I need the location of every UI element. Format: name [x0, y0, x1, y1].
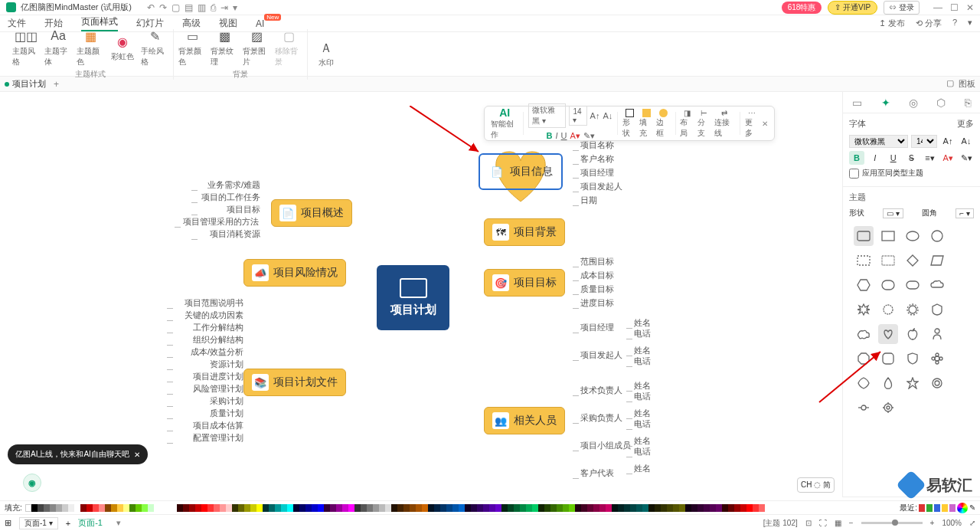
- shape-hexagon[interactable]: [854, 275, 874, 295]
- shape-dashed-rect2[interactable]: [878, 251, 898, 270]
- open-icon[interactable]: ▤: [185, 2, 193, 13]
- outline-toggle-icon[interactable]: ⊞: [5, 518, 11, 528]
- color-swatch[interactable]: [305, 504, 312, 512]
- leaf[interactable]: 项目范围说明书: [175, 297, 243, 309]
- leaf[interactable]: 项目经理: [580, 167, 614, 179]
- recent-swatch[interactable]: [949, 504, 956, 512]
- color-swatch[interactable]: [367, 504, 373, 512]
- leaf[interactable]: 质量计划: [175, 408, 243, 419]
- color-swatch[interactable]: [226, 504, 232, 512]
- color-swatch[interactable]: [434, 504, 440, 512]
- font-more-link[interactable]: 更多: [957, 118, 974, 129]
- float-fill-button[interactable]: 填充: [639, 109, 653, 139]
- vip-button[interactable]: ⇪ 开通VIP: [828, 1, 877, 15]
- color-swatch[interactable]: [685, 504, 691, 512]
- shape-octagon[interactable]: [854, 349, 874, 369]
- leaf[interactable]: 成本目标: [580, 270, 614, 281]
- color-swatch[interactable]: [661, 504, 667, 512]
- align-button[interactable]: ≡▾: [922, 151, 937, 165]
- recent-swatch[interactable]: [934, 504, 940, 512]
- minimize-icon[interactable]: —: [933, 2, 942, 13]
- color-swatch[interactable]: [80, 504, 87, 512]
- shape-none5[interactable]: [952, 324, 972, 344]
- recent-swatch[interactable]: [919, 504, 925, 512]
- shape-quad[interactable]: [854, 373, 874, 393]
- help-icon[interactable]: ?: [952, 18, 957, 29]
- leaf[interactable]: 姓名: [634, 380, 651, 392]
- color-swatch[interactable]: [93, 504, 99, 512]
- float-shape-button[interactable]: 形状: [622, 109, 636, 139]
- leaf[interactable]: 项目消耗资源: [199, 228, 260, 240]
- float-more-button[interactable]: ⋯更多: [745, 109, 759, 139]
- color-swatch[interactable]: [397, 504, 403, 512]
- leaf[interactable]: 姓名: [634, 345, 651, 356]
- eyedropper-icon[interactable]: ✎: [969, 503, 975, 512]
- leaf[interactable]: 电话: [634, 356, 651, 367]
- float-italic-button[interactable]: I: [556, 131, 558, 140]
- undo-icon[interactable]: ↶: [147, 2, 155, 13]
- color-swatch[interactable]: [618, 504, 624, 512]
- color-swatch[interactable]: [483, 504, 489, 512]
- color-swatch[interactable]: [238, 504, 244, 512]
- color-swatch[interactable]: [50, 504, 56, 512]
- leaf[interactable]: 电话: [634, 391, 651, 402]
- color-swatch[interactable]: [575, 504, 581, 512]
- float-font-color-button[interactable]: A▾: [570, 131, 580, 141]
- leaf[interactable]: 技术负责人: [580, 385, 622, 396]
- color-swatch[interactable]: [348, 504, 354, 512]
- color-swatch[interactable]: [142, 504, 148, 512]
- leaf[interactable]: 采购计划: [175, 395, 243, 407]
- ime-indicator[interactable]: CH ◌ 简: [797, 477, 835, 493]
- shape-shield[interactable]: [903, 349, 923, 369]
- color-swatch[interactable]: [177, 504, 183, 512]
- color-swatch[interactable]: [336, 504, 342, 512]
- leaf[interactable]: 进度目标: [580, 297, 614, 309]
- shape-dropdown[interactable]: ▭ ▾: [883, 208, 903, 218]
- color-swatch[interactable]: [62, 504, 68, 512]
- color-swatch[interactable]: [410, 504, 416, 512]
- color-swatch[interactable]: [544, 504, 550, 512]
- color-swatch[interactable]: [195, 504, 201, 512]
- recent-swatch[interactable]: [942, 504, 948, 512]
- color-swatch[interactable]: [691, 504, 697, 512]
- color-swatch[interactable]: [275, 504, 281, 512]
- color-swatch[interactable]: [220, 504, 226, 512]
- leaf[interactable]: 项目成本估算: [175, 420, 243, 431]
- leaf[interactable]: 日期: [580, 195, 597, 206]
- leaf[interactable]: 关键的成功因素: [175, 310, 243, 321]
- leaf[interactable]: 风险管理计划: [175, 383, 243, 395]
- color-swatch[interactable]: [606, 504, 612, 512]
- color-swatch[interactable]: [673, 504, 679, 512]
- color-swatch[interactable]: [281, 504, 287, 512]
- float-bold-button[interactable]: B: [547, 131, 553, 140]
- color-swatch[interactable]: [117, 504, 123, 512]
- shape-none3[interactable]: [952, 275, 972, 295]
- node-goal[interactable]: 🎯项目目标: [484, 269, 565, 297]
- leaf[interactable]: 配置管理计划: [175, 432, 243, 444]
- shape-circle[interactable]: [927, 226, 947, 246]
- color-swatch[interactable]: [56, 504, 62, 512]
- color-swatch[interactable]: [563, 504, 569, 512]
- color-swatch[interactable]: [679, 504, 685, 512]
- color-swatch[interactable]: [183, 504, 189, 512]
- font-grow-icon[interactable]: A↑: [940, 134, 956, 148]
- color-swatch[interactable]: [74, 504, 80, 512]
- leaf[interactable]: 业务需求/难题: [199, 179, 260, 191]
- ribbon-bg-image[interactable]: ▨背景图片: [243, 29, 270, 67]
- leaf[interactable]: 姓名: [634, 317, 651, 329]
- zoom-in-icon[interactable]: +: [930, 519, 935, 527]
- color-swatch[interactable]: [581, 504, 587, 512]
- shape-gear[interactable]: [903, 300, 923, 320]
- menu-ai[interactable]: AI: [256, 18, 264, 29]
- ribbon-watermark[interactable]: Ａ水印: [312, 41, 340, 68]
- zoom-value[interactable]: 100%: [942, 519, 962, 527]
- leaf[interactable]: 范围目标: [580, 256, 614, 267]
- save-icon[interactable]: ▥: [198, 2, 206, 13]
- ribbon-theme-font[interactable]: Aa主题字体: [44, 29, 72, 67]
- color-swatch[interactable]: [148, 504, 154, 512]
- color-swatch[interactable]: [232, 504, 238, 512]
- color-swatch[interactable]: [361, 504, 367, 512]
- float-border-button[interactable]: 边框: [656, 109, 670, 139]
- color-swatch[interactable]: [759, 504, 765, 512]
- color-swatch[interactable]: [710, 504, 716, 512]
